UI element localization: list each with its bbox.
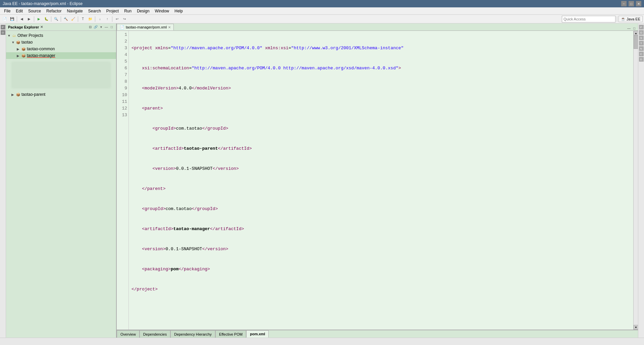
- menu-window[interactable]: Window: [152, 8, 172, 14]
- toolbar-separator-4: [61, 16, 61, 22]
- toolbar-back[interactable]: ◀: [18, 16, 25, 22]
- chevron-taotao-common: ▶: [17, 47, 20, 51]
- toolbar-debug[interactable]: 🐛: [43, 16, 50, 22]
- menu-file[interactable]: File: [1, 8, 13, 14]
- line-num-1: 1: [118, 31, 127, 38]
- right-sidebar-icon-7[interactable]: D: [639, 57, 644, 62]
- bottom-tab-dependencies[interactable]: Dependencies: [140, 330, 170, 338]
- toolbar-clean[interactable]: 🧹: [70, 16, 76, 22]
- java-ee-label: Java EE: [627, 17, 640, 21]
- project-icon-taotao: 📦: [15, 40, 21, 45]
- line-num-12: 12: [118, 105, 127, 112]
- toolbar-build[interactable]: 🔨: [62, 16, 69, 22]
- tree-item-taotao[interactable]: ▼ 📦 taotao: [6, 39, 116, 46]
- menu-design[interactable]: Design: [134, 8, 152, 14]
- toolbar-save[interactable]: 💾: [9, 16, 15, 22]
- toolbar-separator-5: [78, 16, 78, 22]
- right-sidebar-icon-6[interactable]: C: [639, 52, 644, 56]
- right-sidebar-icon-3[interactable]: S: [639, 36, 644, 40]
- left-sidebar-icon-2[interactable]: O: [1, 30, 5, 35]
- bottom-tab-dependencies-label: Dependencies: [143, 332, 167, 336]
- tree-item-taotao-common[interactable]: ▶ 📦 taotao-common: [6, 46, 116, 52]
- code-line-6: <artifactId>taotao-parent</artifactId>: [131, 145, 631, 152]
- editor-tab-controls: — □: [625, 26, 638, 30]
- menu-project[interactable]: Project: [104, 8, 121, 14]
- panel-maximize[interactable]: □: [109, 25, 114, 29]
- panel-controls: ⊟ 🔗 ▾ — □: [88, 25, 114, 29]
- toolbar-forward[interactable]: ▶: [26, 16, 33, 22]
- code-line-11: <version>0.0.1-SNAPSHOT</version>: [131, 246, 631, 253]
- menu-refactor[interactable]: Refactor: [44, 8, 64, 14]
- chevron-taotao: ▼: [11, 41, 15, 44]
- tab-title: taotao-manager/pom.xml: [126, 25, 167, 29]
- panel-minimize[interactable]: —: [104, 25, 109, 29]
- title-text: Java EE - taotao-manager/pom.xml - Eclip…: [3, 1, 83, 6]
- toolbar-redo[interactable]: ↪: [121, 16, 128, 22]
- line-num-11: 11: [118, 98, 127, 105]
- maximize-button[interactable]: □: [629, 1, 634, 6]
- package-explorer-panel: Package Explorer ✕ ⊟ 🔗 ▾ — □ ▼ 🗂 Other P…: [6, 23, 117, 338]
- toolbar-open-resource[interactable]: 📁: [87, 16, 94, 22]
- left-sidebar-icon-1[interactable]: P: [1, 25, 5, 29]
- editor-tab-pom-xml[interactable]: 📄 taotao-manager/pom.xml ✕: [117, 24, 174, 30]
- window-controls: − □ ✕: [621, 1, 641, 6]
- editor-maximize-btn[interactable]: □: [632, 26, 637, 30]
- minimize-button[interactable]: −: [621, 1, 627, 6]
- toolbar-open-type[interactable]: T: [79, 16, 86, 22]
- tab-file-icon: 📄: [120, 25, 124, 29]
- toolbar-run[interactable]: ▶: [36, 16, 42, 22]
- menu-source[interactable]: Source: [25, 8, 44, 14]
- editor-minimize-btn[interactable]: —: [627, 26, 631, 30]
- scroll-down-btn[interactable]: ▼: [634, 325, 638, 330]
- tab-close-icon[interactable]: ✕: [168, 25, 171, 29]
- code-line-7: <version>0.0.1-SNAPSHOT</version>: [131, 165, 631, 172]
- java-ee-perspective-button[interactable]: ☕ Java EE: [619, 16, 643, 22]
- line-num-7: 7: [118, 72, 127, 78]
- right-sidebar-icon-5[interactable]: N: [639, 46, 644, 51]
- package-explorer-header: Package Explorer ✕ ⊟ 🔗 ▾ — □: [6, 23, 116, 31]
- line-num-3: 3: [118, 45, 127, 52]
- scroll-up-btn[interactable]: ▲: [634, 31, 638, 36]
- package-explorer-title-area: Package Explorer ✕: [8, 25, 43, 29]
- main-layout: P O Package Explorer ✕ ⊟ 🔗 ▾ — □ ▼ 🗂 Oth…: [0, 23, 644, 338]
- tree-item-other-projects[interactable]: ▼ 🗂 Other Projects: [6, 32, 116, 39]
- panel-menu[interactable]: ▾: [99, 25, 103, 29]
- panel-link-editor[interactable]: 🔗: [93, 25, 98, 29]
- code-line-9: <groupId>com.taotao</groupId>: [131, 206, 631, 212]
- line-num-8: 8: [118, 78, 127, 85]
- menu-edit[interactable]: Edit: [13, 8, 25, 14]
- code-area[interactable]: <project xmlns="http://maven.apache.org/…: [129, 31, 633, 330]
- toolbar-search[interactable]: 🔍: [53, 16, 59, 22]
- line-numbers: 1 2 3 4 5 6 7 8 9 10 11 12 13: [117, 31, 129, 330]
- menu-help[interactable]: Help: [172, 8, 185, 14]
- menu-run[interactable]: Run: [121, 8, 134, 14]
- toolbar-next-annotation[interactable]: ↓: [97, 16, 103, 22]
- right-sidebar-icon-2[interactable]: O: [639, 30, 644, 35]
- toolbar-new[interactable]: 📄: [1, 16, 8, 22]
- line-num-5: 5: [118, 58, 127, 65]
- package-explorer-content: ▼ 🗂 Other Projects ▼ 📦 taotao ▶ 📦 taotao…: [6, 31, 116, 338]
- panel-collapse-all[interactable]: ⊟: [88, 25, 93, 29]
- toolbar-undo[interactable]: ↩: [114, 16, 120, 22]
- quick-access-input[interactable]: [562, 16, 615, 22]
- java-ee-icon: ☕: [621, 17, 626, 21]
- project-icon-taotao-parent: 📦: [15, 92, 21, 97]
- toolbar: 📄 💾 ◀ ▶ ▶ 🐛 🔍 🔨 🧹 T 📁 ↓ ↑ ↩ ↪ ☕ Java EE: [0, 15, 644, 23]
- package-explorer-title: Package Explorer: [8, 25, 39, 29]
- menu-search[interactable]: Search: [86, 8, 104, 14]
- tree-item-taotao-manager[interactable]: ▶ 📦 taotao-manager: [6, 52, 116, 59]
- menu-navigate[interactable]: Navigate: [64, 8, 85, 14]
- bottom-tab-dep-hierarchy[interactable]: Dependency Hierarchy: [170, 330, 215, 338]
- right-sidebar-icon-4[interactable]: T: [639, 41, 644, 46]
- bottom-tab-pom-xml[interactable]: pom.xml: [246, 330, 269, 338]
- toolbar-separator-3: [51, 16, 51, 22]
- package-explorer-close-icon[interactable]: ✕: [40, 25, 43, 29]
- bottom-tab-overview[interactable]: Overview: [117, 330, 140, 338]
- scroll-thumb[interactable]: [634, 36, 638, 49]
- tree-item-taotao-parent[interactable]: ▶ 📦 taotao-parent: [6, 91, 116, 98]
- bottom-tab-effective-pom[interactable]: Effective POM: [215, 330, 246, 338]
- close-button[interactable]: ✕: [636, 1, 641, 6]
- right-sidebar-icon-1[interactable]: P: [639, 25, 644, 29]
- toolbar-prev-annotation[interactable]: ↑: [104, 16, 111, 22]
- bottom-tab-pom-xml-label: pom.xml: [250, 332, 265, 336]
